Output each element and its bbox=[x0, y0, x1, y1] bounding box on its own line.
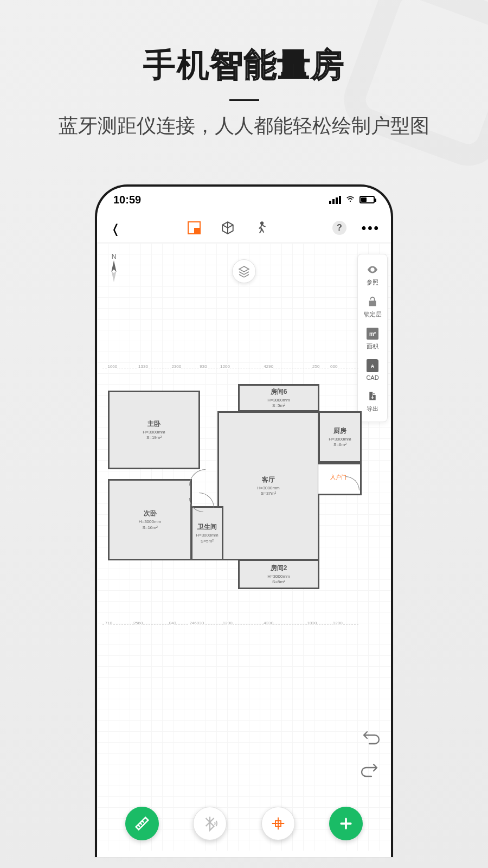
room-master[interactable]: 主卧 H=3000mm S=19m² bbox=[108, 391, 200, 469]
bluetooth-icon bbox=[202, 815, 218, 832]
measure-button[interactable] bbox=[125, 807, 159, 840]
lock-icon bbox=[366, 295, 379, 308]
side-area[interactable]: m² 面积 bbox=[358, 323, 387, 355]
page-subtitle: 蓝牙测距仪连接，人人都能轻松绘制户型图 bbox=[0, 113, 488, 139]
wifi-icon bbox=[345, 194, 355, 206]
room-living[interactable]: 客厅 H=3000mm S=37m² bbox=[217, 411, 319, 560]
bottom-actions bbox=[97, 796, 391, 851]
app-toolbar: ‹ ? ••• bbox=[97, 213, 391, 243]
walk-icon bbox=[254, 221, 268, 235]
layers-button[interactable] bbox=[232, 259, 256, 283]
status-bar: 10:59 bbox=[97, 187, 391, 213]
target-button[interactable] bbox=[261, 807, 295, 840]
bluetooth-button[interactable] bbox=[193, 807, 227, 840]
floorplan[interactable]: 主卧 H=3000mm S=19m² 房间6 H=3000mm S=5m² 厨房… bbox=[108, 384, 368, 601]
undo-icon bbox=[359, 730, 381, 748]
dimension-row-top: 1660 1330 2300 930 1200 4290 250 600 bbox=[102, 368, 358, 375]
room-room6[interactable]: 房间6 H=3000mm S=5m² bbox=[238, 384, 319, 411]
cube-icon bbox=[221, 221, 235, 235]
cad-icon: A bbox=[367, 359, 378, 372]
battery-icon bbox=[359, 196, 375, 203]
page-title: 手机智能量房 bbox=[0, 43, 488, 87]
back-button[interactable]: ‹ bbox=[108, 213, 123, 242]
compass-label: N bbox=[112, 253, 117, 260]
view-walk-button[interactable] bbox=[254, 220, 269, 235]
phone-mockup: 10:59 ‹ ? ••• N bbox=[95, 184, 393, 857]
compass: N bbox=[107, 253, 121, 282]
side-cad[interactable]: A CAD bbox=[358, 355, 387, 385]
view-3d-button[interactable] bbox=[220, 220, 235, 235]
room-room2[interactable]: 房间2 H=3000mm S=5m² bbox=[238, 559, 319, 589]
title-outline: 智能量房 bbox=[210, 47, 345, 83]
status-time: 10:59 bbox=[113, 194, 141, 206]
floorplan-canvas[interactable]: N 参照 锁定层 m² 面积 A CAD bbox=[97, 243, 391, 851]
area-icon: m² bbox=[367, 328, 378, 340]
help-button[interactable]: ? bbox=[332, 221, 346, 235]
add-button[interactable] bbox=[329, 807, 363, 840]
status-indicators bbox=[329, 194, 375, 206]
view-2d-button[interactable] bbox=[187, 220, 202, 235]
title-divider bbox=[229, 99, 259, 101]
history-controls bbox=[358, 730, 382, 780]
redo-button[interactable] bbox=[358, 763, 382, 780]
more-button[interactable]: ••• bbox=[362, 220, 380, 235]
room-kitchen[interactable]: 厨房 H=3000mm S=6m² bbox=[318, 411, 362, 463]
dimension-row-bottom: 710 2560 843 246930 1200 4330 1030 1200 bbox=[102, 624, 358, 632]
plus-icon bbox=[338, 815, 354, 832]
door-arc bbox=[189, 469, 206, 486]
title-plain: 手机 bbox=[143, 47, 210, 83]
crosshair-icon bbox=[270, 815, 286, 832]
redo-icon bbox=[359, 763, 381, 780]
side-reference[interactable]: 参照 bbox=[358, 259, 387, 291]
eye-icon bbox=[366, 263, 379, 276]
undo-button[interactable] bbox=[358, 730, 382, 748]
svg-point-0 bbox=[261, 222, 263, 224]
room-second[interactable]: 次卧 H=3000mm S=16m² bbox=[108, 479, 192, 560]
signal-icon bbox=[329, 196, 341, 204]
layers-icon bbox=[237, 265, 251, 278]
side-lock[interactable]: 锁定层 bbox=[358, 291, 387, 323]
entry-label: 入户门 bbox=[330, 474, 346, 481]
ruler-icon bbox=[134, 815, 150, 832]
room-bath[interactable]: 卫生间 H=3000mm S=5m² bbox=[191, 506, 223, 560]
square-icon bbox=[188, 221, 201, 234]
